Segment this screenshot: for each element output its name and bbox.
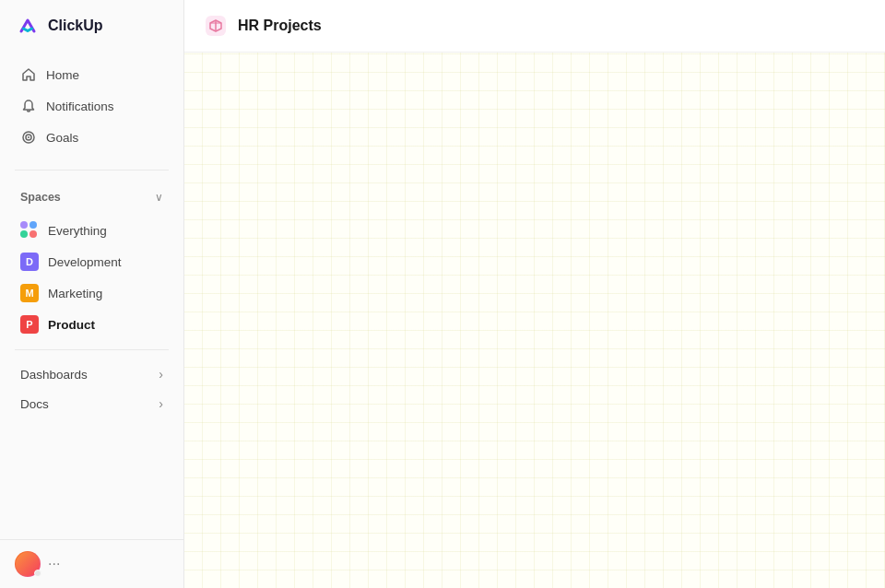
development-label: Development bbox=[48, 255, 122, 269]
spaces-label: Spaces bbox=[20, 191, 61, 204]
docs-label: Docs bbox=[20, 397, 49, 411]
sidebar-bottom: ··· bbox=[0, 539, 183, 588]
sidebar: ClickUp Home Notifications bbox=[0, 0, 184, 588]
marketing-avatar: M bbox=[20, 284, 39, 302]
sidebar-item-product[interactable]: P Product bbox=[6, 309, 178, 340]
goals-icon bbox=[20, 129, 37, 146]
divider-1 bbox=[15, 170, 169, 171]
product-avatar: P bbox=[20, 315, 39, 334]
dashboards-chevron-icon: › bbox=[159, 367, 163, 382]
sidebar-nav: Home Notifications Goals bbox=[0, 52, 183, 160]
svg-point-2 bbox=[28, 136, 30, 138]
main-header: HR Projects bbox=[184, 0, 885, 53]
status-dot bbox=[34, 570, 41, 577]
sidebar-item-goals[interactable]: Goals bbox=[6, 122, 178, 153]
everything-label: Everything bbox=[48, 224, 107, 238]
home-label: Home bbox=[46, 68, 79, 82]
user-avatar-container[interactable] bbox=[15, 551, 41, 577]
product-label: Product bbox=[48, 318, 95, 332]
page-icon bbox=[203, 13, 229, 39]
home-icon bbox=[20, 66, 37, 83]
page-title: HR Projects bbox=[238, 18, 322, 34]
user-menu-ellipsis[interactable]: ··· bbox=[48, 556, 60, 572]
sidebar-item-home[interactable]: Home bbox=[6, 59, 178, 90]
sidebar-item-dashboards[interactable]: Dashboards › bbox=[6, 359, 178, 389]
docs-left: Docs bbox=[20, 397, 49, 411]
notifications-label: Notifications bbox=[46, 100, 114, 113]
spaces-chevron-icon: ∨ bbox=[155, 191, 163, 204]
main-content: HR Projects bbox=[184, 0, 885, 588]
sidebar-item-notifications[interactable]: Notifications bbox=[6, 90, 178, 122]
logo-text: ClickUp bbox=[48, 18, 103, 34]
sidebar-item-docs[interactable]: Docs › bbox=[6, 389, 178, 418]
dashboards-left: Dashboards bbox=[20, 368, 88, 382]
dashboards-label: Dashboards bbox=[20, 368, 88, 382]
divider-2 bbox=[15, 349, 169, 350]
sidebar-item-marketing[interactable]: M Marketing bbox=[6, 277, 178, 309]
docs-chevron-icon: › bbox=[159, 396, 163, 411]
goals-label: Goals bbox=[46, 131, 78, 145]
sidebar-item-development[interactable]: D Development bbox=[6, 246, 178, 277]
development-avatar: D bbox=[20, 253, 39, 271]
main-workspace bbox=[184, 53, 885, 588]
bell-icon bbox=[20, 98, 37, 114]
everything-dots-icon bbox=[20, 221, 39, 240]
spaces-header[interactable]: Spaces ∨ bbox=[6, 183, 178, 211]
sidebar-item-everything[interactable]: Everything bbox=[6, 215, 178, 246]
logo[interactable]: ClickUp bbox=[0, 0, 183, 52]
marketing-label: Marketing bbox=[48, 287, 102, 300]
clickup-logo-icon bbox=[15, 13, 41, 39]
